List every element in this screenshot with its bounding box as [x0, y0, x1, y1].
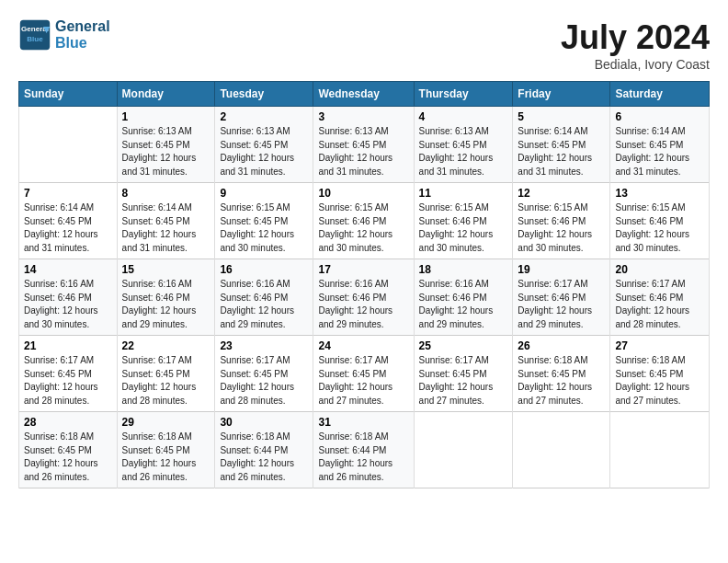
- logo: General Blue General Blue: [18, 18, 110, 52]
- day-info: Sunrise: 6:15 AM Sunset: 6:46 PM Dayligh…: [518, 201, 605, 255]
- day-number: 19: [518, 263, 605, 276]
- day-number: 26: [518, 339, 605, 352]
- day-info: Sunrise: 6:18 AM Sunset: 6:45 PM Dayligh…: [518, 354, 605, 408]
- day-info: Sunrise: 6:17 AM Sunset: 6:46 PM Dayligh…: [518, 278, 605, 331]
- day-number: 28: [24, 416, 112, 429]
- calendar-cell: 29Sunrise: 6:18 AM Sunset: 6:45 PM Dayli…: [117, 412, 215, 488]
- location-subtitle: Bediala, Ivory Coast: [561, 57, 710, 72]
- day-info: Sunrise: 6:14 AM Sunset: 6:45 PM Dayligh…: [518, 125, 605, 178]
- calendar-cell: 26Sunrise: 6:18 AM Sunset: 6:45 PM Dayli…: [513, 336, 610, 412]
- calendar-cell: 8Sunrise: 6:14 AM Sunset: 6:45 PM Daylig…: [117, 183, 215, 259]
- day-number: 6: [615, 110, 704, 123]
- day-number: 15: [122, 263, 210, 276]
- calendar-cell: 14Sunrise: 6:16 AM Sunset: 6:46 PM Dayli…: [19, 259, 118, 336]
- day-number: 12: [518, 187, 605, 200]
- calendar-cell: 3Sunrise: 6:13 AM Sunset: 6:45 PM Daylig…: [313, 107, 414, 183]
- day-number: 13: [615, 187, 704, 200]
- calendar-table: SundayMondayTuesdayWednesdayThursdayFrid…: [18, 81, 710, 488]
- day-info: Sunrise: 6:15 AM Sunset: 6:46 PM Dayligh…: [318, 201, 408, 255]
- day-number: 1: [122, 110, 210, 123]
- calendar-cell: [513, 412, 610, 488]
- header-row: SundayMondayTuesdayWednesdayThursdayFrid…: [19, 82, 710, 107]
- day-info: Sunrise: 6:13 AM Sunset: 6:45 PM Dayligh…: [419, 125, 508, 178]
- day-number: 3: [318, 110, 408, 123]
- calendar-cell: [19, 107, 118, 183]
- day-number: 25: [419, 339, 508, 352]
- calendar-cell: 9Sunrise: 6:15 AM Sunset: 6:45 PM Daylig…: [215, 183, 313, 259]
- calendar-cell: [610, 412, 710, 488]
- day-number: 11: [419, 187, 508, 200]
- calendar-cell: 22Sunrise: 6:17 AM Sunset: 6:45 PM Dayli…: [117, 336, 215, 412]
- day-number: 27: [615, 339, 704, 352]
- week-row-5: 28Sunrise: 6:18 AM Sunset: 6:45 PM Dayli…: [19, 412, 710, 488]
- day-number: 24: [318, 339, 408, 352]
- col-header-monday: Monday: [117, 82, 215, 107]
- day-info: Sunrise: 6:16 AM Sunset: 6:46 PM Dayligh…: [220, 278, 308, 331]
- day-info: Sunrise: 6:17 AM Sunset: 6:45 PM Dayligh…: [419, 354, 508, 408]
- month-title: July 2024: [561, 18, 710, 57]
- calendar-cell: 15Sunrise: 6:16 AM Sunset: 6:46 PM Dayli…: [117, 259, 215, 336]
- day-info: Sunrise: 6:16 AM Sunset: 6:46 PM Dayligh…: [24, 278, 112, 331]
- day-number: 22: [122, 339, 210, 352]
- calendar-cell: 16Sunrise: 6:16 AM Sunset: 6:46 PM Dayli…: [215, 259, 313, 336]
- day-info: Sunrise: 6:16 AM Sunset: 6:46 PM Dayligh…: [419, 278, 508, 331]
- col-header-wednesday: Wednesday: [313, 82, 414, 107]
- day-number: 31: [318, 416, 408, 429]
- day-info: Sunrise: 6:14 AM Sunset: 6:45 PM Dayligh…: [615, 125, 704, 178]
- day-info: Sunrise: 6:18 AM Sunset: 6:45 PM Dayligh…: [24, 431, 112, 484]
- day-number: 8: [122, 187, 210, 200]
- day-info: Sunrise: 6:14 AM Sunset: 6:45 PM Dayligh…: [122, 201, 210, 255]
- calendar-cell: 30Sunrise: 6:18 AM Sunset: 6:44 PM Dayli…: [215, 412, 313, 488]
- week-row-1: 1Sunrise: 6:13 AM Sunset: 6:45 PM Daylig…: [19, 107, 710, 183]
- day-info: Sunrise: 6:16 AM Sunset: 6:46 PM Dayligh…: [122, 278, 210, 331]
- day-number: 4: [419, 110, 508, 123]
- day-number: 5: [518, 110, 605, 123]
- calendar-cell: 13Sunrise: 6:15 AM Sunset: 6:46 PM Dayli…: [610, 183, 710, 259]
- calendar-cell: 27Sunrise: 6:18 AM Sunset: 6:45 PM Dayli…: [610, 336, 710, 412]
- col-header-sunday: Sunday: [19, 82, 118, 107]
- day-info: Sunrise: 6:15 AM Sunset: 6:46 PM Dayligh…: [419, 201, 508, 255]
- day-info: Sunrise: 6:15 AM Sunset: 6:45 PM Dayligh…: [220, 201, 308, 255]
- day-number: 21: [24, 339, 112, 352]
- day-number: 9: [220, 187, 308, 200]
- day-info: Sunrise: 6:14 AM Sunset: 6:45 PM Dayligh…: [24, 201, 112, 255]
- day-number: 16: [220, 263, 308, 276]
- header: General Blue General Blue July 2024 Bedi…: [18, 18, 710, 72]
- title-block: July 2024 Bediala, Ivory Coast: [561, 18, 710, 72]
- calendar-cell: 17Sunrise: 6:16 AM Sunset: 6:46 PM Dayli…: [313, 259, 414, 336]
- calendar-cell: 10Sunrise: 6:15 AM Sunset: 6:46 PM Dayli…: [313, 183, 414, 259]
- day-number: 2: [220, 110, 308, 123]
- day-info: Sunrise: 6:16 AM Sunset: 6:46 PM Dayligh…: [318, 278, 408, 331]
- day-info: Sunrise: 6:17 AM Sunset: 6:45 PM Dayligh…: [220, 354, 308, 408]
- calendar-cell: 5Sunrise: 6:14 AM Sunset: 6:45 PM Daylig…: [513, 107, 610, 183]
- day-info: Sunrise: 6:17 AM Sunset: 6:45 PM Dayligh…: [318, 354, 408, 408]
- day-number: 29: [122, 416, 210, 429]
- day-number: 10: [318, 187, 408, 200]
- day-number: 7: [24, 187, 112, 200]
- calendar-cell: 24Sunrise: 6:17 AM Sunset: 6:45 PM Dayli…: [313, 336, 414, 412]
- week-row-2: 7Sunrise: 6:14 AM Sunset: 6:45 PM Daylig…: [19, 183, 710, 259]
- day-info: Sunrise: 6:18 AM Sunset: 6:44 PM Dayligh…: [318, 431, 408, 484]
- day-info: Sunrise: 6:13 AM Sunset: 6:45 PM Dayligh…: [220, 125, 308, 178]
- week-row-3: 14Sunrise: 6:16 AM Sunset: 6:46 PM Dayli…: [19, 259, 710, 336]
- calendar-cell: 20Sunrise: 6:17 AM Sunset: 6:46 PM Dayli…: [610, 259, 710, 336]
- calendar-cell: 25Sunrise: 6:17 AM Sunset: 6:45 PM Dayli…: [414, 336, 513, 412]
- day-info: Sunrise: 6:13 AM Sunset: 6:45 PM Dayligh…: [122, 125, 210, 178]
- day-number: 30: [220, 416, 308, 429]
- day-number: 14: [24, 263, 112, 276]
- calendar-cell: 31Sunrise: 6:18 AM Sunset: 6:44 PM Dayli…: [313, 412, 414, 488]
- calendar-cell: 2Sunrise: 6:13 AM Sunset: 6:45 PM Daylig…: [215, 107, 313, 183]
- day-number: 23: [220, 339, 308, 352]
- calendar-cell: 1Sunrise: 6:13 AM Sunset: 6:45 PM Daylig…: [117, 107, 215, 183]
- col-header-tuesday: Tuesday: [215, 82, 313, 107]
- calendar-cell: 12Sunrise: 6:15 AM Sunset: 6:46 PM Dayli…: [513, 183, 610, 259]
- logo-icon: General Blue: [18, 18, 51, 52]
- col-header-friday: Friday: [513, 82, 610, 107]
- svg-text:Blue: Blue: [27, 35, 43, 43]
- calendar-cell: 11Sunrise: 6:15 AM Sunset: 6:46 PM Dayli…: [414, 183, 513, 259]
- day-info: Sunrise: 6:17 AM Sunset: 6:45 PM Dayligh…: [122, 354, 210, 408]
- logo-text: General Blue: [55, 18, 110, 51]
- col-header-saturday: Saturday: [610, 82, 710, 107]
- calendar-cell: 21Sunrise: 6:17 AM Sunset: 6:45 PM Dayli…: [19, 336, 118, 412]
- day-number: 18: [419, 263, 508, 276]
